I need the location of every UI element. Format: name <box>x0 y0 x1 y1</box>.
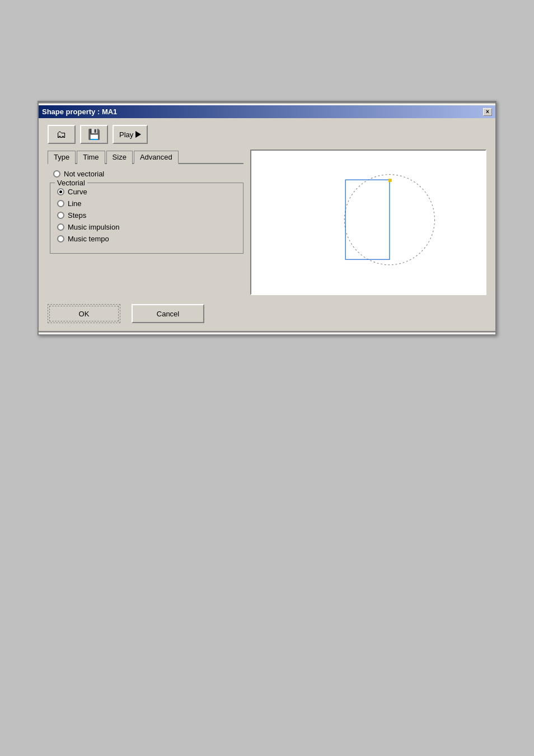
dialog-body: 🗂 💾 Play Type Time Size Advanced <box>39 118 495 330</box>
main-content: Type Time Size Advanced Not vectorial Ve… <box>48 150 486 295</box>
vectorial-group: Vectorial Curve Line Steps <box>50 183 243 254</box>
title-bar: Shape property : MA1 × <box>39 105 495 118</box>
svg-rect-1 <box>345 180 390 259</box>
shape-property-dialog: Shape property : MA1 × 🗂 💾 Play Type <box>38 101 496 335</box>
dialog-title: Shape property : MA1 <box>42 108 117 116</box>
option-music-tempo-row: Music tempo <box>57 235 236 243</box>
music-tempo-radio[interactable] <box>57 235 64 242</box>
music-impulsion-label: Music impulsion <box>68 223 119 231</box>
svg-rect-2 <box>388 179 392 182</box>
curve-radio[interactable] <box>57 188 64 195</box>
option-curve-row: Curve <box>57 188 236 196</box>
not-vectorial-row: Not vectorial <box>53 170 243 178</box>
option-music-impulsion-row: Music impulsion <box>57 223 236 231</box>
left-panel: Type Time Size Advanced Not vectorial Ve… <box>48 150 243 295</box>
ok-button[interactable]: OK <box>48 304 120 323</box>
tabs: Type Time Size Advanced <box>48 150 243 164</box>
not-vectorial-label: Not vectorial <box>64 170 104 178</box>
cancel-button[interactable]: Cancel <box>132 304 204 323</box>
play-label: Play <box>119 130 133 139</box>
play-button[interactable]: Play <box>113 125 148 144</box>
line-label: Line <box>68 199 82 208</box>
tab-size[interactable]: Size <box>106 151 133 164</box>
tab-type[interactable]: Type <box>48 151 76 164</box>
tab-time[interactable]: Time <box>77 151 105 164</box>
close-button[interactable]: × <box>483 108 492 116</box>
save-icon: 💾 <box>88 128 100 141</box>
preview-svg <box>251 151 485 294</box>
save-button[interactable]: 💾 <box>80 125 108 144</box>
bottom-buttons: OK Cancel <box>48 304 486 323</box>
curve-label: Curve <box>68 188 87 196</box>
toolbar: 🗂 💾 Play <box>48 125 486 144</box>
play-triangle-icon <box>135 131 141 138</box>
open-icon: 🗂 <box>57 129 67 141</box>
steps-label: Steps <box>68 211 86 220</box>
ok-label: OK <box>79 310 90 318</box>
not-vectorial-radio[interactable] <box>53 170 60 178</box>
option-steps-row: Steps <box>57 211 236 220</box>
music-impulsion-radio[interactable] <box>57 223 64 231</box>
music-tempo-label: Music tempo <box>68 235 109 243</box>
tab-advanced[interactable]: Advanced <box>134 151 179 164</box>
cancel-label: Cancel <box>157 310 179 318</box>
open-button[interactable]: 🗂 <box>48 125 76 144</box>
preview-panel <box>250 150 486 295</box>
vectorial-legend: Vectorial <box>55 179 87 187</box>
steps-radio[interactable] <box>57 212 64 219</box>
option-line-row: Line <box>57 199 236 208</box>
line-radio[interactable] <box>57 200 64 207</box>
